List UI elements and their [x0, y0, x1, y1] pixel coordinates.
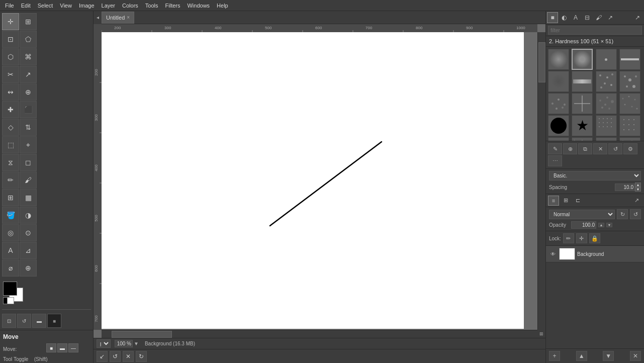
brush-item-10[interactable]: [596, 93, 617, 114]
transform-tool[interactable]: ↗: [20, 66, 37, 83]
brush-filter-input[interactable]: [548, 26, 642, 35]
brush-dots-btn[interactable]: ⋯: [548, 155, 562, 166]
menu-windows[interactable]: Windows: [184, 2, 213, 10]
expand-right-icon[interactable]: ↗: [632, 12, 643, 23]
unit-select[interactable]: px: [97, 339, 111, 348]
menu-image[interactable]: Image: [76, 2, 98, 10]
mini-tool-1[interactable]: ⊡: [2, 314, 16, 328]
align-tool[interactable]: ⊞: [20, 13, 37, 30]
3d-tool[interactable]: ◇: [2, 119, 19, 136]
brush-item-14[interactable]: [596, 115, 617, 136]
spin-down[interactable]: ▼: [635, 187, 641, 192]
menu-layer[interactable]: Layer: [99, 2, 119, 10]
fuzzy-select-tool[interactable]: ⌘: [20, 48, 37, 65]
reset-bottom-btn[interactable]: ↙: [97, 351, 108, 362]
colors-icon[interactable]: ■: [547, 12, 558, 23]
layer-item-background[interactable]: 👁 Background: [546, 246, 644, 262]
lasso-tool[interactable]: ⬠: [20, 31, 37, 48]
warp-tool[interactable]: ↭: [2, 83, 19, 101]
layers-tab-layers[interactable]: ≡: [548, 196, 559, 206]
mini-tool-4[interactable]: ■: [47, 314, 61, 328]
brush-item-17[interactable]: [572, 137, 593, 141]
brushes-panel-icon[interactable]: ◐: [559, 12, 570, 23]
lock-all-btn[interactable]: 🔒: [589, 233, 600, 243]
layer-eye-btn[interactable]: 👁: [549, 250, 557, 258]
tab-arrow-left[interactable]: ◂: [94, 11, 102, 24]
undo-bottom-btn[interactable]: ↺: [110, 351, 121, 362]
refresh-brush-btn[interactable]: ↺: [608, 143, 622, 154]
menu-select[interactable]: Select: [35, 2, 56, 10]
refresh-bottom-btn[interactable]: ↻: [136, 351, 147, 362]
lock-pixels-btn[interactable]: ✏: [563, 233, 574, 243]
layers-tab-channels[interactable]: ⊞: [560, 196, 571, 206]
brush-item-9[interactable]: [572, 93, 593, 114]
menu-view[interactable]: View: [57, 2, 75, 10]
brush-item-7[interactable]: [619, 71, 640, 92]
brush-item-16[interactable]: [548, 137, 569, 141]
brush-item-6[interactable]: [596, 71, 617, 92]
h-scrollbar[interactable]: [102, 330, 537, 338]
opacity-spin-up[interactable]: ▲: [598, 223, 604, 227]
smudge-tool[interactable]: ⊙: [20, 224, 37, 241]
brush-item-0[interactable]: [548, 49, 569, 70]
canvas-scroll-area[interactable]: [102, 32, 537, 330]
heal2-tool[interactable]: ⊞: [2, 189, 19, 206]
clone-tool[interactable]: ⊕: [20, 83, 37, 101]
mode-reset-btn[interactable]: ↺: [630, 209, 641, 219]
raise-layer-btn[interactable]: ▲: [576, 351, 587, 361]
patterns-icon[interactable]: A: [570, 12, 581, 23]
eyedrop-tool[interactable]: ⊿: [20, 242, 37, 259]
new-brush-btn[interactable]: ⊕: [563, 143, 577, 154]
spin-up[interactable]: ▲: [635, 183, 641, 187]
duplicate-brush-btn[interactable]: ⧉: [578, 143, 592, 154]
brush-item-3[interactable]: [619, 49, 640, 70]
scissors-tool[interactable]: ✂: [2, 66, 19, 83]
edit-brush-btn[interactable]: ✎: [548, 143, 562, 154]
canvas-tab[interactable]: Untitled ×: [102, 12, 134, 24]
delete-brush-btn[interactable]: ✕: [593, 143, 607, 154]
brush-item-5[interactable]: [572, 71, 593, 92]
brush-item-11[interactable]: [619, 93, 640, 114]
h-scrollbar-thumb[interactable]: [112, 331, 172, 338]
bucket-tool[interactable]: 🪣: [2, 207, 19, 224]
crop-tool[interactable]: ⊡: [2, 31, 19, 48]
color-picker-tool[interactable]: ⧖: [2, 154, 19, 171]
move-icon-1[interactable]: ■: [46, 343, 56, 352]
v-scrollbar-thumb[interactable]: [538, 42, 545, 82]
pointer-icon[interactable]: ↗: [605, 12, 616, 23]
layers-tab-paths[interactable]: ⊏: [572, 196, 583, 206]
menu-tools[interactable]: Tools: [142, 2, 161, 10]
brush-item-2[interactable]: [596, 49, 617, 70]
zoom-dropdown-icon[interactable]: ▼: [134, 341, 139, 346]
menu-filters[interactable]: Filters: [162, 2, 183, 10]
measure2-tool[interactable]: ⌀: [2, 259, 19, 277]
opacity-spin-down[interactable]: ▼: [606, 223, 612, 227]
menu-file[interactable]: File: [2, 2, 17, 10]
opacity-input[interactable]: [571, 221, 596, 229]
new-layer-btn[interactable]: +: [549, 351, 560, 361]
measure-tool[interactable]: ⌖: [20, 136, 37, 153]
move-tool[interactable]: ✛: [2, 13, 19, 30]
brush-item-15[interactable]: [619, 115, 640, 136]
dodge-tool[interactable]: ◎: [2, 224, 19, 241]
pencil-tool[interactable]: ✏: [2, 171, 19, 189]
mode-select[interactable]: Normal: [549, 210, 615, 219]
layers-expand-btn[interactable]: ↗: [631, 196, 642, 206]
brush-item-4[interactable]: [548, 71, 569, 92]
delete-layer-btn[interactable]: ✕: [630, 351, 641, 361]
paintbrush-tool[interactable]: 🖌: [20, 171, 37, 189]
mode-cycle-btn[interactable]: ↻: [617, 209, 628, 219]
gradient-tool[interactable]: ▦: [20, 189, 37, 206]
brush-settings-btn[interactable]: ⚙: [623, 143, 637, 154]
heal-tool[interactable]: ✚: [2, 101, 19, 118]
brush-item-12[interactable]: [548, 115, 569, 136]
tab-close-btn[interactable]: ×: [127, 15, 130, 20]
flip-tool[interactable]: ⇅: [20, 119, 37, 136]
brush-item-19[interactable]: [619, 137, 640, 141]
mini-tool-3[interactable]: ▬: [32, 314, 46, 328]
brush-item-18[interactable]: [596, 137, 617, 141]
gradients-icon[interactable]: ⊟: [582, 12, 593, 23]
free-select-tool[interactable]: ⬡: [2, 48, 19, 65]
perspective-tool[interactable]: ⬛: [20, 101, 37, 118]
brush-item-1[interactable]: [572, 49, 593, 70]
